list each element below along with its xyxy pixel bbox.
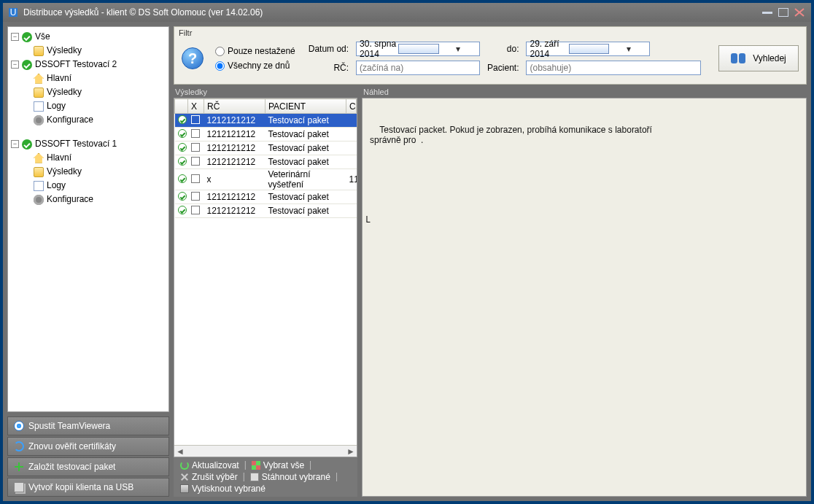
maximize-button[interactable] — [776, 7, 791, 18]
col-rc[interactable]: RČ — [204, 99, 265, 114]
select-all-icon — [252, 461, 260, 470]
print-icon — [180, 484, 189, 493]
refresh-icon — [180, 461, 189, 470]
row-checkbox[interactable] — [191, 143, 200, 152]
pacient-label: Pacient: — [487, 63, 519, 73]
copy-icon — [14, 482, 24, 492]
tree-child[interactable]: Logy — [23, 179, 167, 193]
download-selected-button[interactable]: Stáhnout vybrané — [247, 471, 334, 483]
col-c[interactable]: C — [346, 99, 357, 114]
preview-panel: Testovací packet. Pokud je zobrazen, pro… — [362, 98, 807, 497]
preview-text: Testovací packet. Pokud je zobrazen, pro… — [370, 125, 799, 145]
table-row[interactable]: 1212121212Testovací paket — [175, 155, 357, 169]
search-button[interactable]: Vyhledej — [718, 45, 799, 71]
tree-child[interactable]: Výsledky — [23, 165, 167, 179]
tree-child[interactable]: Logy — [23, 99, 167, 113]
update-button[interactable]: Aktualizovat — [177, 460, 243, 471]
cell-pacient: Testovací paket — [265, 128, 346, 141]
cancel-selection-button[interactable]: Zrušit výběr — [177, 471, 241, 483]
cancel-icon — [180, 473, 189, 481]
tree-child[interactable]: Hlavní — [23, 151, 167, 165]
row-checkbox[interactable] — [191, 192, 200, 201]
table-row[interactable]: 1212121212Testovací paket — [175, 128, 357, 141]
date-to-label: do: — [487, 44, 519, 54]
tree-child[interactable]: Konfigurace — [23, 193, 167, 206]
cell-rc: x — [204, 169, 265, 190]
page-icon — [34, 181, 44, 191]
tree-child[interactable]: Konfigurace — [23, 113, 167, 127]
table-row[interactable]: 1212121212Testovací paket — [175, 141, 357, 155]
titlebar: U Distribuce výsledků - klient © DS Soft… — [3, 3, 811, 22]
tree-node-vse[interactable]: − Vše — [11, 30, 167, 44]
row-checkbox[interactable] — [191, 174, 200, 183]
cell-pacient: Testovací paket — [265, 155, 346, 169]
radio-all[interactable]: Všechny ze dnů — [215, 61, 295, 71]
table-row[interactable]: 1212121212Testovací paket — [175, 190, 357, 204]
results-title: Výsledky — [174, 88, 357, 98]
status-ok-icon — [178, 206, 187, 214]
collapse-icon[interactable]: − — [11, 33, 19, 41]
cell-rc: 1212121212 — [204, 204, 265, 218]
tree-node-vysledky[interactable]: Výsledky — [23, 44, 167, 58]
calendar-icon — [569, 44, 609, 54]
select-all-button[interactable]: Vybrat vše — [248, 460, 308, 471]
cell-c — [346, 141, 357, 155]
tree-child[interactable]: Výsledky — [23, 85, 167, 99]
status-ok-icon — [178, 157, 187, 166]
window-title: Distribuce výsledků - klient © DS Soft O… — [23, 7, 263, 18]
pacient-input[interactable] — [526, 61, 701, 75]
status-ok-icon — [178, 143, 187, 152]
col-status[interactable] — [175, 99, 188, 114]
date-from-picker[interactable]: 30. srpna 2014▾ — [356, 42, 480, 56]
status-ok-icon — [178, 174, 187, 183]
help-icon[interactable]: ? — [182, 47, 204, 69]
rc-input[interactable] — [356, 61, 480, 75]
cell-pacient: Testovací paket — [265, 204, 346, 218]
preview-title: Náhled — [362, 88, 807, 98]
chevron-down-icon: ▾ — [439, 44, 478, 54]
tree-node-group2[interactable]: − DSSOFT Testovací 1 — [11, 137, 167, 151]
row-checkbox[interactable] — [191, 206, 200, 214]
cell-c: 11 — [346, 169, 357, 190]
cell-pacient: Testovací paket — [265, 190, 346, 204]
row-checkbox[interactable] — [191, 157, 200, 166]
filter-title: Filtr — [174, 27, 806, 37]
collapse-icon[interactable]: − — [11, 61, 19, 69]
tree-child[interactable]: Hlavní — [23, 71, 167, 85]
horizontal-scrollbar[interactable]: ◄► — [174, 445, 357, 457]
check-icon — [22, 32, 32, 42]
table-row[interactable]: xVeterinární vyšetření11 — [175, 169, 357, 190]
print-selected-button[interactable]: Vytisknout vybrané — [177, 483, 269, 495]
home-icon — [34, 74, 44, 84]
check-icon — [22, 139, 32, 150]
chevron-down-icon: ▾ — [609, 44, 648, 54]
svg-rect-2 — [762, 12, 772, 14]
cell-rc: 1212121212 — [204, 128, 265, 141]
collapse-icon[interactable]: − — [11, 140, 19, 148]
filter-panel: Filtr ? Pouze nestažené Všechny ze dnů D… — [174, 26, 807, 85]
row-checkbox[interactable] — [191, 129, 200, 138]
create-test-packet-button[interactable]: Založit testovací paket — [7, 457, 169, 476]
radio-unread[interactable]: Pouze nestažené — [215, 46, 295, 56]
date-to-picker[interactable]: 29. září 2014▾ — [526, 42, 650, 56]
status-ok-icon — [178, 192, 187, 201]
table-row[interactable]: 1212121212Testovací paket — [175, 114, 357, 128]
gear-icon — [34, 195, 44, 205]
row-checkbox[interactable] — [191, 115, 200, 124]
folder-icon — [34, 167, 44, 177]
tree-node-group1[interactable]: − DSSOFT Testovací 2 — [11, 58, 167, 71]
usb-copy-button[interactable]: Vytvoř kopii klienta na USB — [7, 478, 169, 497]
col-pacient[interactable]: PACIENT — [265, 99, 346, 114]
recheck-cert-button[interactable]: Znovu ověřit certifikáty — [7, 437, 169, 456]
plus-icon — [14, 462, 24, 472]
teamviewer-button[interactable]: Spustit TeamViewera — [7, 416, 169, 435]
close-button[interactable] — [792, 7, 807, 18]
calendar-icon — [398, 44, 438, 54]
col-x[interactable]: X — [188, 99, 204, 114]
minimize-button[interactable] — [760, 7, 775, 18]
table-row[interactable]: 1212121212Testovací paket — [175, 204, 357, 218]
cell-c — [346, 128, 357, 141]
download-icon — [250, 473, 259, 481]
cell-rc: 1212121212 — [204, 190, 265, 204]
binoculars-icon — [731, 53, 745, 63]
